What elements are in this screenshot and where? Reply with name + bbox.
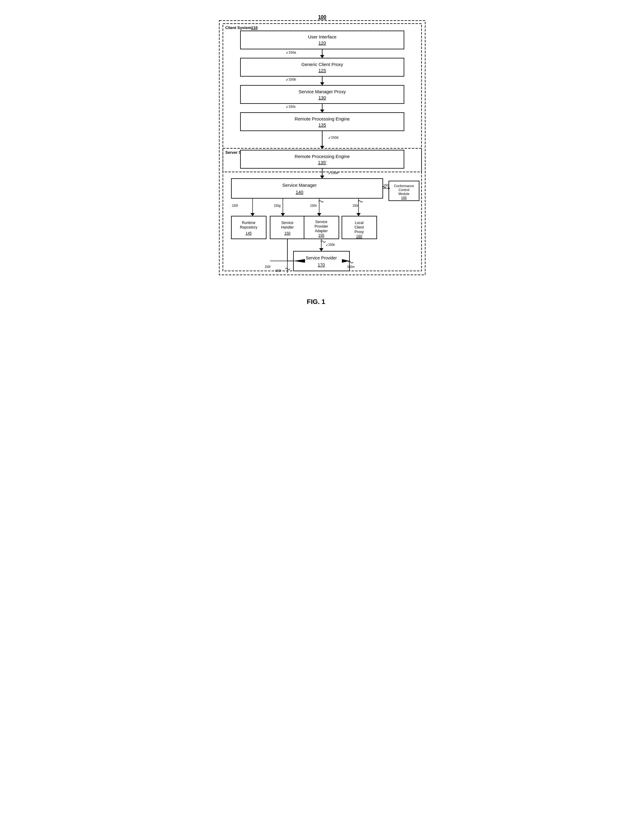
lcp-title-1: Local: [355, 221, 363, 225]
client-system-number: 110: [251, 25, 258, 30]
arrow-150e-label: ↙150e: [328, 171, 338, 175]
arrow-150c-label: ↙150c: [286, 105, 296, 108]
lcp-title-3: Proxy: [354, 230, 364, 234]
smp-box: [240, 85, 404, 104]
arrow-150f-label: 150f: [232, 204, 238, 207]
user-interface-box: [240, 31, 404, 49]
gcp-box: [240, 58, 404, 76]
spa-title-2: Provider: [314, 224, 328, 229]
arrow-150e-head: [320, 175, 324, 178]
sh-number: 150: [284, 231, 290, 235]
sm-title: Service Manager: [282, 183, 316, 188]
main-diagram: 100 Client System 110 User Interface 120…: [216, 12, 428, 291]
fig-label: FIG. 1: [216, 298, 416, 306]
arrow-150m-label: 150m: [347, 265, 355, 268]
arrow-150i-head: [356, 213, 361, 216]
rpe-server-box: [240, 150, 404, 168]
arrow-150a-head: [320, 55, 324, 58]
arrow-150h-head: [317, 213, 321, 216]
sp-number: 170: [318, 262, 325, 267]
smp-number: 130: [318, 95, 326, 100]
rr-title-1: Runtime: [242, 221, 255, 225]
gcp-title: Generic Client Proxy: [301, 62, 343, 67]
sh-title-1: Service: [281, 221, 293, 225]
lcp-title-2: Client: [354, 225, 364, 229]
rpe-client-number: 135: [318, 122, 326, 128]
arrow-150j-label: 150j: [383, 184, 389, 187]
arrow-150l-wavy: [285, 268, 290, 270]
sp-title: Service Provider: [305, 256, 337, 261]
ccm-number: 165: [401, 196, 406, 199]
arrow-150d-label: ↙150d: [328, 136, 338, 139]
smp-title: Service Manager Proxy: [299, 89, 346, 94]
arrow-150b-label: ↙150b: [286, 77, 296, 81]
arrow-150a-label: ↙150a: [286, 51, 296, 54]
sm-box: [231, 178, 383, 198]
rpe-client-title: Remote Processing Engine: [295, 116, 350, 122]
spa-title-3: Adapter: [314, 229, 327, 233]
diagram-wrapper: 100 Client System 110 User Interface 120…: [216, 12, 416, 292]
rr-title-2: Repository: [240, 225, 257, 229]
diagram-number: 100: [318, 14, 326, 20]
ccm-title-1: Conformance: [394, 184, 414, 188]
ccm-title-3: Module: [398, 192, 409, 196]
arrow-150b-head: [320, 82, 324, 85]
arrow-150k-head: [319, 248, 324, 251]
ui-number: 120: [318, 40, 326, 46]
client-system-label: Client System: [225, 25, 251, 30]
arrow-150h-label: 150h: [310, 204, 317, 207]
arrow-150l-label: 150l: [265, 265, 270, 268]
gcp-number: 125: [318, 68, 326, 73]
arrow-150k-label: ↙150k: [326, 243, 335, 246]
ccm-title-2: Control: [398, 188, 409, 192]
ui-title: User Interface: [308, 34, 336, 39]
arrow-150g-label: 150g: [274, 204, 280, 207]
lcp-number: 160: [356, 234, 362, 238]
arrow-150f-head: [250, 213, 255, 216]
rpe-server-number: 135': [318, 160, 327, 165]
sm-number: 140: [295, 189, 303, 195]
arrow-150c-head: [320, 110, 324, 113]
page-container: 100 Client System 110 User Interface 120…: [210, 6, 422, 312]
rpe-client-box: [240, 113, 404, 131]
arrow-150l-text: 150l: [275, 269, 281, 272]
spa-number: 155: [318, 234, 324, 238]
arrow-150g-head: [281, 213, 285, 216]
spa-title-1: Service: [315, 220, 327, 224]
rpe-server-title: Remote Processing Engine: [295, 154, 350, 159]
arrow-150i-label: 150i: [352, 204, 358, 207]
sh-title-2: Handler: [281, 225, 294, 229]
rr-number: 145: [245, 231, 251, 235]
